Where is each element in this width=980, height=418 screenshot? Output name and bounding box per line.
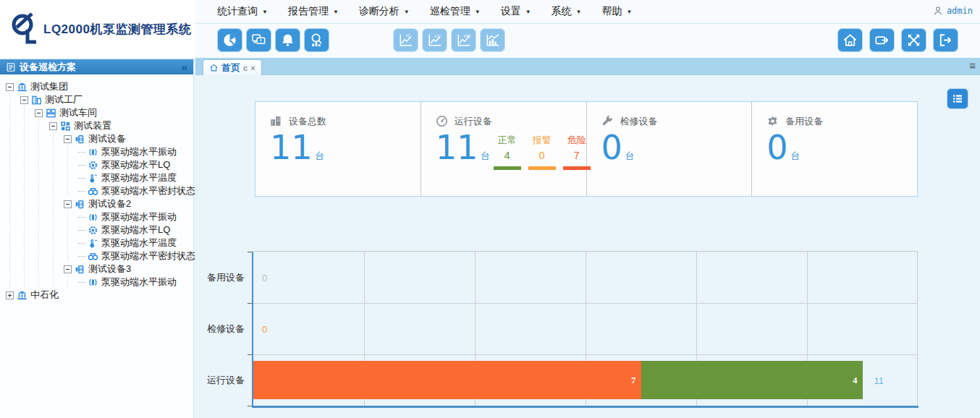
tab-overflow-menu-icon[interactable]: ≡ — [969, 59, 976, 72]
bar-value-label: 7 — [631, 375, 636, 386]
pie-chart-button[interactable] — [217, 28, 242, 52]
list-toggle-button[interactable] — [947, 88, 968, 109]
card-unit: 台 — [625, 150, 635, 161]
fullscreen-button[interactable] — [901, 28, 926, 52]
tree-expander-icon[interactable]: + — [6, 291, 14, 299]
menu-item-3[interactable]: 诊断分析 ▼ — [359, 5, 410, 18]
bar-zero-label: 0 — [262, 272, 267, 283]
tree-guide-line — [49, 263, 64, 276]
tree-guide-line — [20, 263, 35, 276]
tree-node-测试工厂[interactable]: −测试工厂 — [0, 93, 193, 106]
app-logo-icon — [9, 12, 39, 46]
tree-guide-line — [35, 184, 49, 197]
tab-refresh-icon[interactable]: c — [243, 64, 248, 72]
tree-guide-line — [6, 132, 20, 145]
tree-node-测试设备3[interactable]: −测试设备3 — [0, 263, 193, 276]
tree-guide-line — [6, 145, 20, 158]
menu-item-6[interactable]: 系统 ▼ — [552, 5, 582, 18]
status-breakdown: 正常 4 报警 0 危险 7 — [494, 134, 591, 170]
menu-item-4[interactable]: 巡检管理 ▼ — [430, 5, 481, 18]
tree-guide-line — [6, 223, 20, 236]
tree-node-中石化[interactable]: +中石化 — [0, 289, 193, 302]
tree-node-label: 泵驱动端水平密封状态 — [101, 249, 195, 263]
tree-expander-icon[interactable]: − — [20, 96, 28, 104]
device-tree: −测试集团−测试工厂−测试车间−测试装置−测试设备泵驱动端水平振动泵驱动端水平L… — [0, 74, 193, 302]
chart-category-label: 备用设备 — [187, 271, 245, 284]
tree-guide-line — [35, 132, 49, 145]
tree-expander-icon[interactable]: − — [64, 135, 72, 143]
tree-guide-line — [49, 249, 64, 263]
tree-expander-icon[interactable]: − — [64, 200, 72, 208]
tree-node-泵驱动端水平LQ[interactable]: 泵驱动端水平LQ — [0, 223, 193, 236]
tree-node-泵驱动端水平LQ[interactable]: 泵驱动端水平LQ — [0, 158, 193, 171]
tree-guide-line — [49, 197, 64, 210]
tree-guide-line — [20, 197, 35, 210]
tree-node-label: 泵驱动端水平温度 — [101, 171, 177, 184]
tree-node-泵驱动端水平振动[interactable]: 泵驱动端水平振动 — [0, 210, 193, 223]
popout-button[interactable] — [869, 28, 895, 52]
tree-node-泵驱动端水平密封状态[interactable]: 泵驱动端水平密封状态 — [0, 184, 193, 197]
tree-node-泵驱动端水平密封状态[interactable]: 泵驱动端水平密封状态 — [0, 249, 193, 263]
tree-guide-line — [20, 249, 35, 263]
equipment-icon — [75, 264, 85, 275]
menu-item-5[interactable]: 设置 ▼ — [501, 5, 531, 18]
logout-button[interactable] — [933, 28, 958, 52]
menu-item-7[interactable]: 帮助 ▼ — [602, 5, 633, 18]
tab-bar: 首页 c × ≡ — [195, 58, 980, 75]
tree-expander-icon[interactable]: − — [6, 83, 14, 91]
sidebar-header: 设备巡检方案 « — [0, 59, 193, 74]
spectrum-button[interactable] — [480, 28, 505, 52]
tree-node-泵驱动端水平振动[interactable]: 泵驱动端水平振动 — [0, 276, 193, 289]
chevron-down-icon: ▼ — [576, 9, 582, 15]
bar-segment-危险[interactable]: 7 — [253, 361, 641, 399]
tab-home-label: 首页 — [221, 61, 240, 74]
svg-text:℃: ℃ — [406, 34, 411, 38]
tree-node-测试车间[interactable]: −测试车间 — [0, 106, 193, 119]
tree-node-测试集团[interactable]: −测试集团 — [0, 80, 193, 93]
sidebar-collapse-button[interactable]: « — [182, 62, 187, 72]
tree-node-label: 测试工厂 — [45, 93, 83, 106]
chevron-down-icon: ▼ — [262, 9, 268, 15]
tree-node-label: 泵驱动端水平振动 — [101, 145, 177, 158]
tree-node-泵驱动端水平温度[interactable]: 泵驱动端水平温度 — [0, 171, 193, 184]
tree-node-测试设备[interactable]: −测试设备 — [0, 132, 193, 145]
tree-guide-line — [6, 263, 20, 276]
tree-connector — [78, 282, 85, 283]
search-stats-button[interactable] — [304, 28, 329, 52]
menu-item-2[interactable]: 报告管理 ▼ — [288, 5, 339, 18]
trend-lq-button[interactable]: LQ — [422, 28, 447, 52]
home-button[interactable] — [837, 28, 863, 52]
popout-icon — [873, 32, 891, 48]
tree-expander-icon[interactable]: − — [49, 122, 57, 130]
home-icon — [841, 32, 859, 48]
summary-card-检修设备: 检修设备 0台 — [587, 102, 753, 196]
pie-chart-icon — [221, 32, 239, 48]
monitors-alert-button[interactable] — [246, 28, 271, 52]
bell-button[interactable] — [275, 28, 300, 52]
tree-node-泵驱动端水平温度[interactable]: 泵驱动端水平温度 — [0, 236, 193, 249]
tree-node-测试设备2[interactable]: −测试设备2 — [0, 197, 193, 210]
tree-connector — [78, 256, 85, 257]
tree-expander-icon[interactable]: − — [64, 265, 72, 273]
tree-guide-line — [6, 184, 20, 197]
chart-category-label: 检修设备 — [187, 323, 245, 336]
tab-home[interactable]: 首页 c × — [203, 59, 262, 75]
tree-node-泵驱动端水平振动[interactable]: 泵驱动端水平振动 — [0, 145, 193, 158]
tree-guide-line — [6, 276, 20, 289]
tree-guide-line — [64, 249, 78, 263]
search-stats-icon — [308, 32, 326, 48]
trend-temperature-icon: ℃ — [397, 32, 415, 48]
logout-icon — [937, 32, 955, 48]
menu-item-label: 报告管理 — [288, 5, 329, 18]
tab-close-icon[interactable]: × — [250, 64, 255, 72]
tree-node-测试装置[interactable]: −测试装置 — [0, 119, 193, 132]
gridline — [253, 354, 918, 355]
plan-list-icon — [6, 62, 16, 72]
trend-temperature-button[interactable]: ℃ — [393, 28, 418, 52]
trend-vib-button[interactable]: VIB — [451, 28, 476, 52]
menu-item-1[interactable]: 统计查询 ▼ — [217, 5, 268, 18]
temperature-icon — [88, 173, 98, 184]
tree-expander-icon[interactable]: − — [35, 109, 43, 117]
bar-segment-正常[interactable]: 4 — [641, 361, 863, 399]
user-box[interactable]: admin — [932, 5, 973, 17]
